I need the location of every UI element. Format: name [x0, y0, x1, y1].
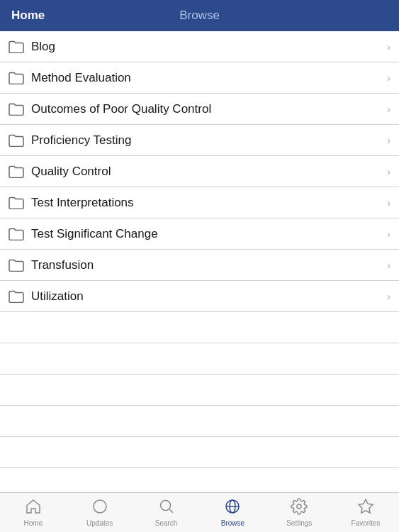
folder-icon	[9, 40, 24, 53]
tab-bar: HomeUpdatesSearchBrowseSettingsFavorites	[0, 492, 399, 532]
list-container: Blog›Method Evaluation›Outcomes of Poor …	[0, 31, 399, 492]
svg-point-1	[160, 501, 170, 511]
empty-row	[0, 406, 399, 437]
chevron-icon-blog: ›	[387, 41, 390, 52]
tab-label-favorites: Favorites	[351, 519, 380, 527]
svg-point-0	[94, 500, 106, 513]
chevron-icon-test-interpretations: ›	[387, 197, 390, 209]
chevron-icon-transfusion: ›	[387, 260, 390, 271]
list-item-outcomes-poor-quality[interactable]: Outcomes of Poor Quality Control›	[0, 94, 399, 125]
settings-icon	[291, 498, 308, 518]
tab-browse[interactable]: Browse	[199, 493, 266, 532]
svg-point-6	[297, 504, 301, 509]
list-item-blog[interactable]: Blog›	[0, 31, 399, 62]
list-item-test-significant-change[interactable]: Test Significant Change›	[0, 218, 399, 250]
home-icon	[25, 498, 42, 518]
chevron-icon-utilization: ›	[387, 291, 390, 302]
tab-label-updates: Updates	[86, 519, 113, 527]
item-label-blog: Blog	[31, 40, 381, 54]
list-item-transfusion[interactable]: Transfusion›	[0, 250, 399, 281]
tab-updates[interactable]: Updates	[67, 493, 133, 532]
tab-search[interactable]: Search	[133, 493, 200, 532]
folder-icon	[9, 72, 24, 84]
header-browse-title: Browse	[179, 9, 220, 23]
list-item-method-evaluation[interactable]: Method Evaluation›	[0, 62, 399, 94]
item-label-method-evaluation: Method Evaluation	[31, 71, 381, 85]
svg-line-2	[169, 509, 172, 513]
folder-icon	[9, 228, 24, 240]
folder-icon	[9, 259, 24, 272]
tab-label-home: Home	[24, 519, 43, 527]
list-item-utilization[interactable]: Utilization›	[0, 281, 399, 312]
tab-settings[interactable]: Settings	[266, 493, 332, 532]
chevron-icon-proficiency-testing: ›	[387, 135, 390, 146]
folder-icon	[9, 196, 24, 209]
favorites-icon	[357, 498, 374, 518]
tab-favorites[interactable]: Favorites	[332, 493, 399, 532]
chevron-icon-outcomes-poor-quality: ›	[387, 104, 390, 115]
item-label-transfusion: Transfusion	[31, 258, 381, 272]
tab-label-browse: Browse	[221, 519, 245, 527]
search-icon	[158, 498, 175, 518]
chevron-icon-method-evaluation: ›	[387, 72, 390, 84]
list-item-quality-control[interactable]: Quality Control›	[0, 156, 399, 187]
svg-marker-7	[359, 499, 373, 513]
empty-row	[0, 343, 399, 375]
item-label-test-interpretations: Test Interpretations	[31, 196, 381, 210]
item-label-proficiency-testing: Proficiency Testing	[31, 133, 381, 148]
item-label-outcomes-poor-quality: Outcomes of Poor Quality Control	[31, 102, 381, 116]
folder-icon	[9, 165, 24, 178]
item-label-utilization: Utilization	[31, 289, 381, 304]
chevron-icon-test-significant-change: ›	[387, 228, 390, 240]
header: Home Browse	[0, 0, 399, 31]
empty-row	[0, 312, 399, 343]
item-label-quality-control: Quality Control	[31, 165, 381, 179]
chevron-icon-quality-control: ›	[387, 166, 390, 177]
list-item-proficiency-testing[interactable]: Proficiency Testing›	[0, 125, 399, 156]
item-label-test-significant-change: Test Significant Change	[31, 227, 381, 241]
folder-icon	[9, 103, 24, 116]
folder-icon	[9, 134, 24, 147]
list-item-test-interpretations[interactable]: Test Interpretations›	[0, 187, 399, 218]
empty-row	[0, 437, 399, 468]
browse-icon	[224, 498, 241, 518]
updates-icon	[91, 498, 108, 518]
tab-label-settings: Settings	[286, 519, 312, 527]
folder-icon	[9, 290, 24, 303]
tab-label-search: Search	[155, 519, 178, 527]
tab-home[interactable]: Home	[0, 493, 67, 532]
empty-row	[0, 375, 399, 406]
header-home-title: Home	[11, 9, 45, 23]
